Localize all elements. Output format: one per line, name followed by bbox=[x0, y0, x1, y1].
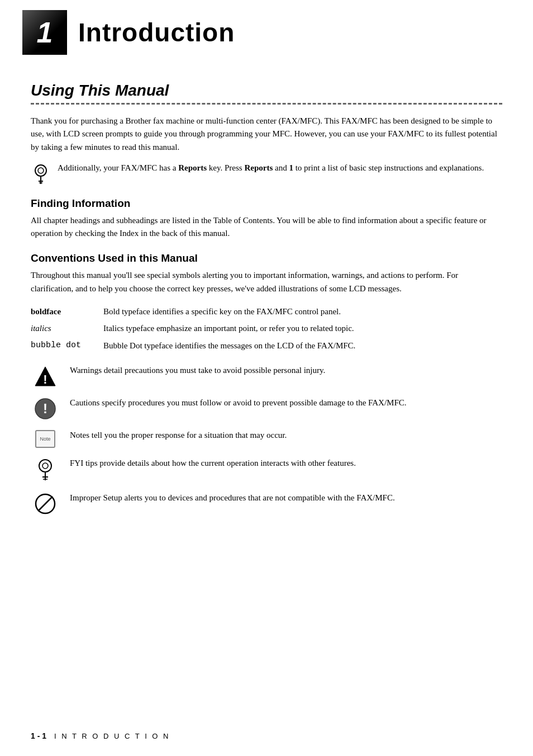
warning-text: Warnings detail precautions you must tak… bbox=[70, 364, 325, 377]
nope-text: Improper Setup alerts you to devices and… bbox=[70, 492, 395, 504]
convention-table: boldface Bold typeface identifies a spec… bbox=[31, 303, 502, 355]
page-number: 1 - 1 bbox=[31, 731, 46, 740]
chapter-number: 1 bbox=[37, 16, 53, 49]
fyi-icon bbox=[31, 163, 51, 185]
desc-bubble: Bubble Dot typeface identifies the messa… bbox=[103, 337, 502, 355]
note-text: Notes tell you the proper response for a… bbox=[70, 429, 287, 442]
table-row: bubble dot Bubble Dot typeface identifie… bbox=[31, 337, 502, 355]
table-row: italics Italics typeface emphasize an im… bbox=[31, 320, 502, 337]
intro-paragraph: Thank you for purchasing a Brother fax m… bbox=[31, 115, 502, 154]
fyi-text: FYI tips provide details about how the c… bbox=[70, 457, 356, 470]
term-bubble: bubble dot bbox=[31, 337, 103, 355]
section-title: Using This Manual bbox=[31, 82, 502, 100]
desc-boldface: Bold typeface identifies a specific key … bbox=[103, 303, 502, 320]
svg-text:!: ! bbox=[43, 401, 47, 416]
caution-icon: ! bbox=[31, 396, 60, 420]
svg-point-10 bbox=[42, 463, 48, 469]
chapter-title: Introduction bbox=[78, 17, 235, 48]
tip-text: Additionally, your FAX/MFC has a Reports… bbox=[58, 162, 484, 174]
symbol-row-warning: ! Warnings detail precautions you must t… bbox=[31, 364, 502, 388]
page-footer: 1 - 1 I N T R O D U C T I O N bbox=[31, 731, 170, 740]
conventions-title: Conventions Used in this Manual bbox=[31, 252, 502, 264]
term-boldface: boldface bbox=[31, 303, 103, 320]
symbol-row-nope: Improper Setup alerts you to devices and… bbox=[31, 492, 502, 515]
caution-text: Cautions specify procedures you must fol… bbox=[70, 396, 407, 409]
chapter-number-block: 1 bbox=[22, 10, 67, 55]
main-content: Using This Manual Thank you for purchasi… bbox=[0, 82, 533, 546]
nope-icon bbox=[31, 492, 60, 515]
footer-chapter-label: I N T R O D U C T I O N bbox=[54, 732, 170, 740]
note-icon: Note bbox=[31, 429, 60, 448]
section-divider bbox=[31, 103, 502, 105]
table-row: boldface Bold typeface identifies a spec… bbox=[31, 303, 502, 320]
symbol-row-caution: ! Cautions specify procedures you must f… bbox=[31, 396, 502, 420]
finding-info-para: All chapter headings and subheadings are… bbox=[31, 214, 502, 240]
svg-point-9 bbox=[39, 460, 51, 472]
finding-info-title: Finding Information bbox=[31, 197, 502, 210]
chapter-header: 1 Introduction bbox=[0, 0, 533, 65]
svg-point-0 bbox=[35, 165, 46, 176]
symbol-row-note: Note Notes tell you the proper response … bbox=[31, 429, 502, 448]
conventions-intro: Throughout this manual you'll see specia… bbox=[31, 269, 502, 295]
fyi-tips-icon bbox=[31, 457, 60, 483]
symbol-row-fyi: FYI tips provide details about how the c… bbox=[31, 457, 502, 483]
term-italics: italics bbox=[31, 320, 103, 337]
svg-line-15 bbox=[38, 497, 53, 511]
desc-italics: Italics typeface emphasize an important … bbox=[103, 320, 502, 337]
svg-point-1 bbox=[38, 168, 44, 173]
warning-icon: ! bbox=[31, 364, 60, 388]
tip-block: Additionally, your FAX/MFC has a Reports… bbox=[31, 162, 502, 185]
svg-text:!: ! bbox=[43, 372, 47, 386]
